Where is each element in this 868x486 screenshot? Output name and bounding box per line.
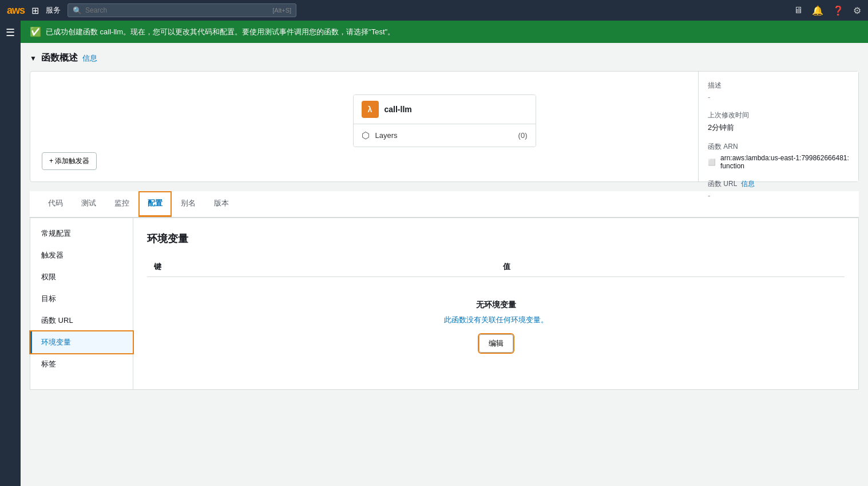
function-url-value: - — [708, 191, 849, 200]
empty-state: 无环境变量 此函数没有关联任何环境变量。 编辑 — [147, 277, 845, 376]
section-header: ▼ 函数概述 信息 — [30, 52, 859, 64]
main-wrapper: ✅ 已成功创建函数 call-llm。现在，您可以更改其代码和配置。要使用测试事… — [21, 21, 868, 399]
arn-item: 函数 ARN ⬜ arn:aws:lambda:us-east-1:799862… — [708, 142, 849, 170]
chevron-icon: ▼ — [30, 54, 37, 62]
tab-alias[interactable]: 别名 — [172, 191, 205, 217]
config-nav-tags[interactable]: 标签 — [30, 353, 133, 375]
arn-label: 函数 ARN — [708, 142, 849, 152]
lambda-icon: λ — [362, 101, 379, 118]
col-key: 键 — [147, 257, 496, 277]
config-area: 常规配置 触发器 权限 目标 函数 URL 环境变量 标签 环境变量 键 值 — [30, 218, 859, 390]
edit-button[interactable]: 编辑 — [479, 334, 513, 353]
search-box: 🔍 [Alt+S] — [68, 3, 296, 17]
function-name: call-llm — [385, 105, 412, 114]
config-nav-env-var[interactable]: 环境变量 — [30, 331, 133, 353]
config-nav-permission[interactable]: 权限 — [30, 266, 133, 288]
nav-right-icons: 🖥 🔔 ❓ ⚙ — [794, 5, 861, 16]
layers-icon: ⬡ — [362, 130, 370, 141]
config-nav-trigger[interactable]: 触发器 — [30, 244, 133, 266]
banner-message: 已成功创建函数 call-llm。现在，您可以更改其代码和配置。要使用测试事件调… — [46, 27, 395, 37]
layers-count: (0) — [518, 131, 528, 140]
url-info-link[interactable]: 信息 — [741, 180, 755, 188]
tab-monitor[interactable]: 监控 — [105, 191, 138, 217]
function-card-header: λ call-llm — [354, 95, 536, 124]
tab-test[interactable]: 测试 — [72, 191, 105, 217]
env-var-title: 环境变量 — [147, 232, 845, 246]
function-card: λ call-llm ⬡ Layers (0) — [353, 94, 536, 147]
add-trigger-button[interactable]: + 添加触发器 — [42, 152, 97, 170]
col-value: 值 — [496, 257, 845, 277]
settings-icon[interactable]: ⚙ — [853, 5, 861, 16]
success-icon: ✅ — [30, 26, 41, 37]
config-content: 环境变量 键 值 无环境变量 此函数没有关联任何环境变量。 编辑 — [133, 218, 858, 389]
tab-config[interactable]: 配置 — [138, 191, 172, 217]
success-banner: ✅ 已成功创建函数 call-llm。现在，您可以更改其代码和配置。要使用测试事… — [21, 21, 868, 43]
empty-state-title: 无环境变量 — [170, 300, 822, 310]
right-panel: 描述 - 上次修改时间 2分钟前 函数 ARN ⬜ arn:aws:lambda… — [698, 72, 858, 181]
description-value: - — [708, 93, 849, 101]
function-url-label: 函数 URL 信息 — [708, 179, 849, 189]
top-navigation: aws ⊞ 服务 🔍 [Alt+S] 🖥 🔔 ❓ ⚙ — [0, 0, 868, 21]
description-label: 描述 — [708, 81, 849, 90]
info-link[interactable]: 信息 — [82, 53, 97, 64]
search-input[interactable] — [85, 6, 269, 14]
search-icon: 🔍 — [73, 6, 82, 15]
config-nav-target[interactable]: 目标 — [30, 288, 133, 310]
function-card-layers[interactable]: ⬡ Layers (0) — [354, 124, 536, 147]
help-icon[interactable]: ❓ — [833, 5, 844, 16]
last-modified-item: 上次修改时间 2分钟前 — [708, 110, 849, 133]
last-modified-value: 2分钟前 — [708, 123, 849, 133]
last-modified-label: 上次修改时间 — [708, 110, 849, 120]
env-table: 键 值 — [147, 257, 845, 277]
aws-logo: aws — [7, 5, 25, 17]
search-hint: [Alt+S] — [272, 7, 291, 14]
section-title: 函数概述 — [41, 52, 78, 64]
function-url-item: 函数 URL 信息 - — [708, 179, 849, 200]
config-sidebar: 常规配置 触发器 权限 目标 函数 URL 环境变量 标签 — [30, 218, 133, 389]
description-item: 描述 - — [708, 81, 849, 101]
function-overview-box: λ call-llm ⬡ Layers (0) + 添加触发器 + 添加目标 — [30, 71, 859, 182]
grid-icon[interactable]: ⊞ — [31, 5, 39, 16]
screen-icon[interactable]: 🖥 — [794, 5, 803, 15]
add-trigger-label: + 添加触发器 — [49, 156, 89, 166]
config-nav-function-url[interactable]: 函数 URL — [30, 310, 133, 331]
empty-state-desc: 此函数没有关联任何环境变量。 — [170, 315, 822, 325]
services-menu[interactable]: 服务 — [46, 5, 61, 15]
bell-icon[interactable]: 🔔 — [812, 5, 823, 16]
tab-code[interactable]: 代码 — [39, 191, 72, 217]
sidebar-menu-toggle[interactable]: ☰ — [0, 21, 21, 45]
left-sidebar: ☰ — [0, 21, 21, 399]
empty-state-link[interactable]: 此函数没有关联任何环境变量。 — [444, 315, 548, 324]
layers-label: Layers — [375, 131, 398, 140]
tab-version[interactable]: 版本 — [205, 191, 238, 217]
content-area: ▼ 函数概述 信息 λ call-llm ⬡ Layers (0) — [21, 43, 868, 399]
copy-icon[interactable]: ⬜ — [708, 159, 716, 166]
config-nav-general[interactable]: 常规配置 — [30, 223, 133, 244]
arn-value: arn:aws:lambda:us-east-1:799862666481:fu… — [720, 154, 849, 170]
